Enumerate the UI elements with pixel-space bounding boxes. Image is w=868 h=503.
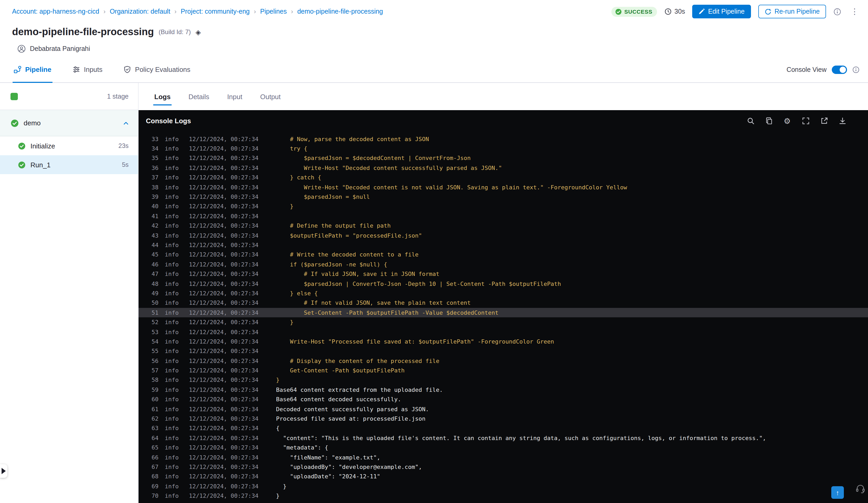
line-number: 69 [138, 483, 158, 490]
log-message: # Now, parse the decoded content as JSON [276, 136, 429, 143]
log-timestamp: 12/12/2024, 00:27:34 [189, 396, 261, 403]
log-message: # Define the output file path [276, 222, 391, 229]
edit-pipeline-button[interactable]: Edit Pipeline [692, 5, 751, 18]
step-list: Initialize 23s Run_1 5s [0, 136, 138, 174]
log-message: $parsedJson | ConvertTo-Json -Depth 10 |… [276, 280, 561, 287]
line-number: 68 [138, 473, 158, 480]
tab-details[interactable]: Details [188, 83, 209, 110]
line-number: 34 [138, 145, 158, 152]
log-timestamp: 12/12/2024, 00:27:34 [189, 357, 261, 364]
chevron-up-icon[interactable] [122, 119, 130, 127]
download-icon[interactable] [838, 116, 847, 125]
policy-icon [124, 65, 132, 73]
log-message: # If valid JSON, save it in JSON format [276, 271, 440, 277]
log-timestamp: 12/12/2024, 00:27:34 [189, 232, 261, 239]
log-timestamp: 12/12/2024, 00:27:34 [189, 377, 261, 384]
log-level: info [165, 493, 180, 499]
stage-count-row: 1 stage [0, 83, 138, 110]
step-duration: 23s [118, 142, 128, 149]
log-timestamp: 12/12/2024, 00:27:34 [189, 348, 261, 355]
log-timestamp: 12/12/2024, 00:27:34 [189, 203, 261, 210]
log-timestamp: 12/12/2024, 00:27:34 [189, 454, 261, 461]
log-line: 50 info 12/12/2024, 00:27:34 # If not va… [138, 298, 868, 308]
log-line: 57 info 12/12/2024, 00:27:34 Get-Content… [138, 366, 868, 376]
line-number: 41 [138, 213, 158, 220]
log-level: info [165, 416, 180, 422]
log-timestamp: 12/12/2024, 00:27:34 [189, 367, 261, 374]
console-panel: Console Logs ⚙ 33 info 12/12/2024, 00:27… [138, 110, 868, 503]
tab-policy-evaluations[interactable]: Policy Evaluations [123, 57, 192, 82]
log-timestamp: 12/12/2024, 00:27:34 [189, 319, 261, 326]
scroll-to-top-button[interactable]: ↑ [831, 486, 844, 499]
log-level: info [165, 193, 180, 200]
log-level: info [165, 280, 180, 287]
log-timestamp: 12/12/2024, 00:27:34 [189, 425, 261, 432]
line-number: 61 [138, 406, 158, 412]
log-line: 40 info 12/12/2024, 00:27:34 } [138, 202, 868, 211]
step-duration: 5s [122, 161, 128, 168]
stage-group-demo[interactable]: demo [0, 110, 138, 136]
breadcrumb-link[interactable]: Pipelines [260, 8, 287, 15]
open-in-new-icon[interactable] [819, 116, 829, 125]
tab-output[interactable]: Output [260, 83, 280, 110]
main-tabbar-tabs: PipelineInputsPolicy Evaluations [13, 57, 210, 82]
step-initialize[interactable]: Initialize 23s [0, 136, 138, 155]
log-timestamp: 12/12/2024, 00:27:34 [189, 416, 261, 422]
line-number: 67 [138, 464, 158, 471]
log-message: Write-Host "Processed file saved at: $ou… [276, 338, 554, 345]
log-message: "metadata": { [276, 444, 328, 451]
search-icon[interactable] [746, 116, 755, 125]
user-row: Debabrata Panigrahi [0, 41, 868, 57]
log-timestamp: 12/12/2024, 00:27:34 [189, 165, 261, 171]
copy-icon[interactable] [764, 116, 774, 125]
line-number: 53 [138, 328, 158, 335]
log-line: 38 info 12/12/2024, 00:27:34 Write-Host … [138, 182, 868, 192]
tab-logs[interactable]: Logs [154, 83, 170, 110]
log-message: # Write the decoded content to a file [276, 251, 418, 258]
rerun-pipeline-button[interactable]: Re-run Pipeline [758, 5, 826, 18]
expand-panel-handle[interactable] [0, 464, 7, 478]
line-number: 47 [138, 271, 158, 277]
fullscreen-icon[interactable] [801, 116, 810, 125]
console-view-info-icon[interactable] [852, 66, 860, 73]
log-line: 47 info 12/12/2024, 00:27:34 # If valid … [138, 269, 868, 279]
stage-count: 1 stage [107, 93, 128, 100]
line-number: 37 [138, 175, 158, 181]
tab-pipeline[interactable]: Pipeline [13, 57, 52, 82]
log-message: } [276, 377, 279, 384]
more-options-icon[interactable]: ⋮ [849, 7, 861, 16]
breadcrumb-link[interactable]: demo-pipeline-file-processing [297, 8, 383, 15]
log-line: 63 info 12/12/2024, 00:27:34 { [138, 423, 868, 433]
log-level: info [165, 222, 180, 229]
breadcrumb-link[interactable]: Project: community-eng [181, 8, 250, 15]
status-label: SUCCESS [624, 8, 652, 15]
avatar-icon [17, 44, 26, 53]
log-line: 59 info 12/12/2024, 00:27:34 Base64 cont… [138, 385, 868, 395]
info-icon[interactable] [833, 8, 841, 15]
console-title: Console Logs [146, 117, 191, 125]
tab-inputs[interactable]: Inputs [71, 57, 104, 82]
log-level: info [165, 454, 180, 461]
tab-input[interactable]: Input [227, 83, 242, 110]
console-view-toggle[interactable] [832, 65, 847, 74]
breadcrumb: Account: app-harness-ng-cicd›Organizatio… [12, 8, 383, 15]
log-level: info [165, 319, 180, 326]
log-tabs: LogsDetailsInputOutput [138, 83, 868, 110]
log-timestamp: 12/12/2024, 00:27:34 [189, 222, 261, 229]
breadcrumb-link[interactable]: Account: app-harness-ng-cicd [12, 8, 99, 15]
log-line: 68 info 12/12/2024, 00:27:34 "uploadDate… [138, 472, 868, 482]
expand-triangle-icon [2, 468, 6, 474]
log-message: } [276, 319, 293, 326]
log-message: Processed file saved at: processedFile.j… [276, 416, 426, 422]
breadcrumb-link[interactable]: Organization: default [110, 8, 170, 15]
log-line: 53 info 12/12/2024, 00:27:34 [138, 327, 868, 337]
support-headset-icon[interactable] [855, 484, 865, 496]
log-line: 65 info 12/12/2024, 00:27:34 "metadata":… [138, 443, 868, 453]
log-level: info [165, 328, 180, 335]
log-timestamp: 12/12/2024, 00:27:34 [189, 136, 261, 143]
log-level: info [165, 483, 180, 490]
settings-icon[interactable]: ⚙ [783, 116, 792, 125]
step-run_1[interactable]: Run_1 5s [0, 155, 138, 174]
log-level: info [165, 367, 180, 374]
log-line: 51 info 12/12/2024, 00:27:34 Set-Content… [138, 308, 868, 317]
